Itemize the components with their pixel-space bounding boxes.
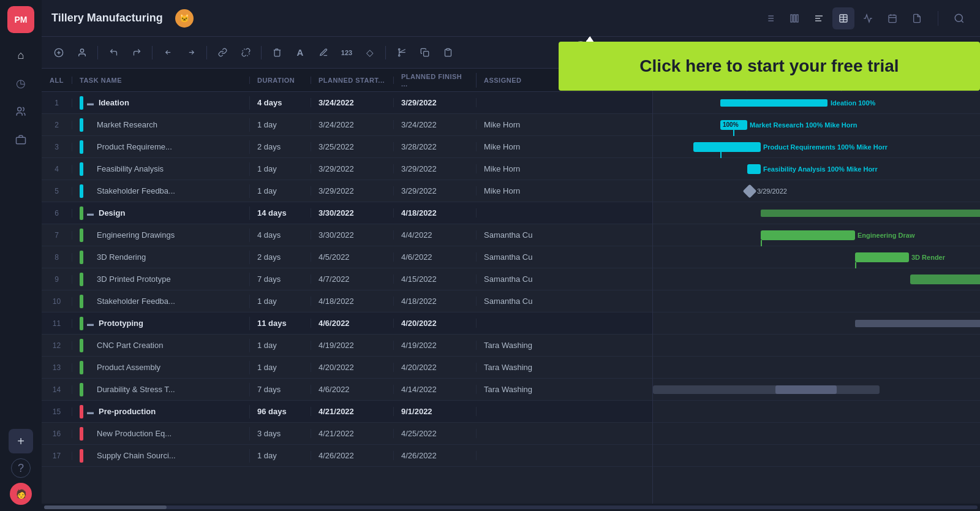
gantt-bar-label-outside: Product Requirements 100% Mike Horr — [763, 143, 888, 151]
gantt-icon[interactable] — [808, 7, 830, 29]
cta-text: Click here to start your free trial — [639, 56, 899, 76]
unlink-button[interactable] — [236, 43, 255, 62]
add-person-button[interactable] — [72, 43, 92, 62]
text-format-button[interactable]: A — [290, 43, 310, 62]
sidebar-item-briefcase[interactable] — [9, 127, 33, 152]
table-row[interactable]: 2 Market Research 1 day 3/24/2022 3/24/2… — [42, 114, 652, 136]
gantt-bar-label-outside: Feasibility Analysis 100% Mike Horr — [763, 165, 878, 173]
col-all: ALL — [42, 77, 72, 84]
gantt-row — [653, 290, 980, 312]
col-task-name: TASK NAME — [72, 77, 250, 84]
link-button[interactable] — [213, 43, 232, 62]
table-scrollbar[interactable] — [44, 505, 978, 509]
sidebar-user-avatar[interactable]: 🧑 — [10, 483, 32, 505]
table-row[interactable]: 5 Stakeholder Feedba... 1 day 3/29/2022 … — [42, 180, 652, 202]
table-row[interactable]: 1 ▬ Ideation 4 days 3/24/2022 3/29/2022 — [42, 92, 652, 114]
gantt-row — [653, 202, 980, 224]
table-row[interactable]: 3 Product Requireme... 2 days 3/25/2022 … — [42, 136, 652, 158]
gantt-rows: Ideation 100% 100% Market Research 100% … — [653, 92, 980, 467]
gantt-bar — [653, 385, 880, 394]
milestone-diamond — [743, 184, 757, 199]
col-finish: PLANNED FINISH ... — [394, 73, 477, 88]
calendar-icon[interactable] — [881, 7, 903, 29]
svg-point-35 — [398, 48, 400, 50]
gantt-bar — [910, 274, 980, 284]
top-bar: Tillery Manufacturing 🐱 — [42, 0, 980, 37]
table-row[interactable]: 7 Engineering Drawings 4 days 3/30/2022 … — [42, 224, 652, 246]
gantt-bar-label-outside: Market Research 100% Mike Horn — [750, 121, 857, 129]
sidebar-item-add[interactable]: + — [9, 429, 33, 453]
table-row[interactable]: 13 Product Assembly 1 day 4/20/2022 4/20… — [42, 357, 652, 379]
svg-point-27 — [80, 49, 83, 52]
sidebar-item-people[interactable] — [9, 99, 33, 124]
gantt-milestone-label: 3/29/2022 — [757, 187, 787, 195]
svg-point-0 — [18, 107, 21, 111]
svg-line-23 — [961, 20, 963, 22]
gantt-row: 3D Render — [653, 246, 980, 268]
table-row[interactable]: 17 Supply Chain Sourci... 1 day 4/26/202… — [42, 445, 652, 467]
table-row[interactable]: 8 3D Rendering 2 days 4/5/2022 4/6/2022 … — [42, 246, 652, 268]
search-icon[interactable] — [948, 7, 970, 29]
view-icons — [759, 7, 928, 29]
list-view-icon[interactable] — [759, 7, 781, 29]
table-row[interactable]: 10 Stakeholder Feedba... 1 day 4/18/2022… — [42, 290, 652, 312]
project-title: Tillery Manufacturing — [51, 12, 163, 25]
gantt-row: Ideation 100% — [653, 92, 980, 114]
gantt-row — [653, 379, 980, 401]
undo-button[interactable] — [104, 43, 123, 62]
chart-icon[interactable] — [857, 7, 879, 29]
table-row[interactable]: 4 Feasibility Analysis 1 day 3/29/2022 3… — [42, 158, 652, 180]
copy-button[interactable] — [415, 43, 434, 62]
table-row[interactable]: 15 ▬ Pre-production 96 days 4/21/2022 9/… — [42, 401, 652, 423]
user-avatar: 🐱 — [175, 9, 194, 28]
table-row[interactable]: 12 CNC Part Creation 1 day 4/19/2022 4/1… — [42, 335, 652, 357]
paste-button[interactable] — [438, 43, 458, 62]
svg-rect-18 — [889, 15, 896, 22]
gantt-bar — [747, 164, 761, 174]
redo-button[interactable] — [127, 43, 146, 62]
gantt-bar-label-outside: 3D Render — [911, 254, 945, 261]
svg-rect-39 — [423, 51, 428, 56]
highlight-button[interactable] — [314, 43, 333, 62]
gantt-bar — [855, 320, 980, 327]
svg-rect-10 — [796, 15, 798, 22]
gantt-bar — [775, 385, 837, 394]
table-view-icon[interactable] — [832, 7, 854, 29]
table-row[interactable]: 11 ▬ Prototyping 11 days 4/6/2022 4/20/2… — [42, 312, 652, 335]
sidebar-item-help[interactable]: ? — [11, 458, 31, 478]
table-row[interactable]: 6 ▬ Design 14 days 3/30/2022 4/18/2022 — [42, 202, 652, 224]
table-row[interactable]: 16 New Production Eq... 3 days 4/21/2022… — [42, 423, 652, 445]
gantt-row: Product Requirements 100% Mike Horr — [653, 136, 980, 158]
col-duration: DURATION — [250, 77, 311, 84]
svg-point-22 — [955, 14, 962, 21]
cut-button[interactable] — [391, 43, 411, 62]
indent-button[interactable] — [181, 43, 201, 62]
sidebar-item-clock[interactable]: ◷ — [9, 71, 33, 96]
number-button[interactable]: 123 — [337, 43, 356, 62]
add-task-button[interactable] — [49, 43, 69, 62]
svg-rect-9 — [794, 15, 796, 22]
gantt-row: 100% Market Research 100% Mike Horn — [653, 114, 980, 136]
scrollbar-thumb[interactable] — [44, 505, 167, 509]
gantt-bar — [855, 252, 909, 262]
gantt-row — [653, 357, 980, 379]
gantt-bar-label: Ideation 100% — [831, 99, 875, 107]
svg-rect-1 — [17, 137, 26, 144]
sidebar-item-home[interactable]: ⌂ — [9, 43, 33, 67]
column-view-icon[interactable] — [783, 7, 805, 29]
app-logo: PM — [7, 6, 34, 33]
shape-button[interactable]: ◇ — [360, 43, 380, 62]
delete-button[interactable] — [267, 43, 287, 62]
gantt-row — [653, 423, 980, 445]
doc-icon[interactable] — [906, 7, 928, 29]
table-row[interactable]: 9 3D Printed Prototype 7 days 4/7/2022 4… — [42, 268, 652, 290]
scrollbar-area — [42, 504, 980, 511]
outdent-button[interactable] — [158, 43, 178, 62]
gantt-bar — [720, 99, 827, 107]
gantt-bar-label-outside: Engineering Draw — [858, 232, 915, 239]
svg-rect-40 — [447, 48, 450, 50]
gantt-row — [653, 445, 980, 467]
table-row[interactable]: 14 Durability & Stress T... 7 days 4/6/2… — [42, 379, 652, 401]
gantt-bar: 100% — [720, 120, 747, 130]
cta-banner[interactable]: Click here to start your free trial — [559, 42, 980, 91]
